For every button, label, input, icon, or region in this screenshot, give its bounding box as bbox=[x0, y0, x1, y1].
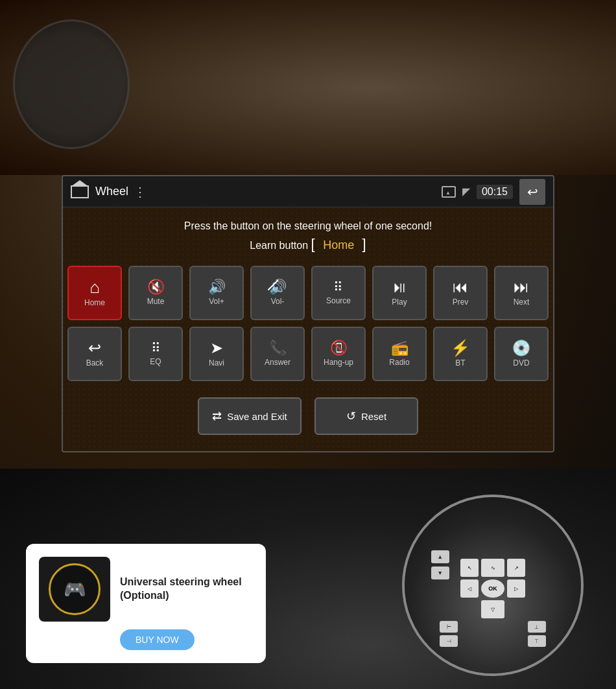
sw-btn-l: ◁ bbox=[460, 579, 479, 598]
sw-btn-r: ▷ bbox=[507, 579, 525, 598]
sw-btn-tr: ↗ bbox=[507, 559, 525, 577]
learn-label: Learn button bbox=[250, 240, 308, 251]
back-btn-icon: ↩ bbox=[88, 340, 101, 356]
volup-btn-icon: 🔊 bbox=[208, 280, 226, 294]
buy-now-button[interactable]: BUY NOW bbox=[120, 629, 195, 650]
sw-btn-br2: ⊤ bbox=[528, 635, 546, 647]
play-btn-icon: ⏯ bbox=[392, 279, 407, 295]
top-bar: Wheel ⋮ ◤ 00:15 ↩ bbox=[63, 176, 553, 207]
save-exit-label: Save and Exit bbox=[227, 411, 287, 422]
product-image: 🎮 bbox=[39, 557, 110, 622]
source-btn-label: Source bbox=[326, 296, 351, 305]
play-btn-label: Play bbox=[392, 298, 407, 307]
bracket-open: [ bbox=[311, 236, 315, 252]
button-row-1: ⌂ Home 🔇 Mute 🔊 Vol+ 🔊 bbox=[67, 266, 549, 320]
sw-btn-bl2: ⊣ bbox=[440, 635, 458, 647]
sw-btn-tl: ↖ bbox=[460, 559, 479, 577]
highlight-home: Home bbox=[323, 239, 354, 251]
btn-mute[interactable]: 🔇 Mute bbox=[128, 266, 183, 320]
home-btn-icon: ⌂ bbox=[89, 279, 100, 296]
bt-btn-label: BT bbox=[455, 358, 465, 368]
sw-btn-br1: ⊥ bbox=[528, 621, 546, 633]
product-card: 🎮 Universal steering wheel(Optional) BUY… bbox=[26, 544, 266, 663]
btn-dvd[interactable]: 💿 DVD bbox=[494, 327, 549, 381]
hangup-btn-label: Hang-up bbox=[324, 358, 353, 367]
panel-title: Wheel bbox=[95, 185, 128, 198]
answer-btn-icon: 📞 bbox=[269, 341, 287, 355]
voldown-btn-icon: 🔊 bbox=[269, 280, 287, 294]
mute-btn-icon: 🔇 bbox=[147, 280, 165, 294]
save-exit-button[interactable]: ⇄ Save and Exit bbox=[198, 397, 302, 435]
btn-play[interactable]: ⏯ Play bbox=[372, 266, 427, 320]
menu-dots-icon[interactable]: ⋮ bbox=[134, 184, 147, 200]
sw-btn-ok: OK bbox=[481, 579, 504, 598]
reset-button[interactable]: ↺ Reset bbox=[314, 397, 418, 435]
radio-btn-icon: 📻 bbox=[391, 341, 409, 355]
reset-icon: ↺ bbox=[346, 409, 356, 423]
back-btn-label: Back bbox=[86, 358, 104, 368]
top-bar-right: ◤ 00:15 ↩ bbox=[442, 179, 545, 205]
btn-eq[interactable]: ⠿ EQ bbox=[128, 327, 183, 381]
mute-btn-label: Mute bbox=[147, 297, 165, 306]
sw-btn-down: ▼ bbox=[431, 566, 449, 579]
btn-navi[interactable]: ➤ Navi bbox=[189, 327, 244, 381]
image-icon bbox=[442, 186, 456, 198]
product-title: Universal steering wheel(Optional) bbox=[120, 576, 242, 603]
navi-btn-label: Navi bbox=[209, 358, 224, 368]
signal-icon: ◤ bbox=[462, 185, 470, 198]
navi-btn-icon: ➤ bbox=[210, 340, 223, 356]
bt-btn-icon: ⚡ bbox=[451, 340, 470, 356]
content-area: Press the button on the steering wheel o… bbox=[63, 207, 553, 451]
bracket-close: ] bbox=[362, 236, 366, 252]
product-card-inner: 🎮 Universal steering wheel(Optional) bbox=[39, 557, 253, 622]
reset-label: Reset bbox=[361, 411, 386, 422]
btn-voldown[interactable]: 🔊 Vol- bbox=[250, 266, 305, 320]
prev-btn-label: Prev bbox=[453, 298, 469, 307]
source-btn-icon: ⠿ bbox=[333, 281, 344, 294]
voldown-btn-label: Vol- bbox=[271, 297, 285, 306]
btn-source[interactable]: ⠿ Source bbox=[311, 266, 366, 320]
steering-wheel-circle: ▲ ▼ ↖ ∿ ↗ ◁ OK ▷ ▽ ⊢ ⊣ ⊥ ⊤ bbox=[402, 495, 584, 676]
home-icon bbox=[71, 185, 89, 198]
btn-next[interactable]: ⏭ Next bbox=[494, 266, 549, 320]
action-row: ⇄ Save and Exit ↺ Reset bbox=[73, 397, 543, 435]
time-display: 00:15 bbox=[477, 185, 513, 199]
eq-btn-label: EQ bbox=[150, 357, 161, 366]
btn-bt[interactable]: ⚡ BT bbox=[433, 327, 488, 381]
eq-btn-icon: ⠿ bbox=[151, 342, 161, 355]
btn-radio[interactable]: 📻 Radio bbox=[372, 327, 427, 381]
sw-btn-b: ▽ bbox=[481, 600, 504, 618]
learn-row: Learn button [ Home ] bbox=[73, 236, 543, 253]
dvd-btn-icon: 💿 bbox=[512, 340, 531, 356]
radio-btn-label: Radio bbox=[389, 358, 409, 367]
gauge-decoration bbox=[13, 19, 130, 149]
save-icon: ⇄ bbox=[212, 409, 222, 423]
sw-btn-bl1: ⊢ bbox=[440, 621, 458, 633]
instruction-line1: Press the button on the steering wheel o… bbox=[73, 220, 543, 232]
main-panel: Wheel ⋮ ◤ 00:15 ↩ Press the button on th… bbox=[62, 175, 554, 452]
btn-hangup[interactable]: 📵 Hang-up bbox=[311, 327, 366, 381]
prev-btn-icon: ⏮ bbox=[453, 279, 468, 295]
btn-home[interactable]: ⌂ Home bbox=[67, 266, 122, 320]
next-btn-icon: ⏭ bbox=[514, 279, 529, 295]
btn-prev[interactable]: ⏮ Prev bbox=[433, 266, 488, 320]
btn-back[interactable]: ↩ Back bbox=[67, 327, 122, 381]
button-grid: ⌂ Home 🔇 Mute 🔊 Vol+ 🔊 bbox=[73, 266, 543, 381]
next-btn-label: Next bbox=[514, 298, 530, 307]
answer-btn-label: Answer bbox=[265, 358, 290, 367]
sw-btn-up: ▲ bbox=[431, 550, 449, 563]
volup-btn-label: Vol+ bbox=[209, 297, 224, 306]
sw-btn-t: ∿ bbox=[481, 559, 504, 577]
hangup-btn-icon: 📵 bbox=[330, 341, 348, 355]
home-btn-label: Home bbox=[84, 298, 105, 307]
back-button[interactable]: ↩ bbox=[519, 179, 545, 205]
btn-volup[interactable]: 🔊 Vol+ bbox=[189, 266, 244, 320]
button-row-2: ↩ Back ⠿ EQ ➤ Navi 📞 Answer 📵 Ha bbox=[67, 327, 549, 381]
dvd-btn-label: DVD bbox=[513, 358, 529, 368]
btn-answer[interactable]: 📞 Answer bbox=[250, 327, 305, 381]
steering-wheel-inner: ▲ ▼ ↖ ∿ ↗ ◁ OK ▷ ▽ ⊢ ⊣ ⊥ ⊤ bbox=[405, 497, 581, 673]
product-img-inner: 🎮 bbox=[49, 563, 101, 615]
